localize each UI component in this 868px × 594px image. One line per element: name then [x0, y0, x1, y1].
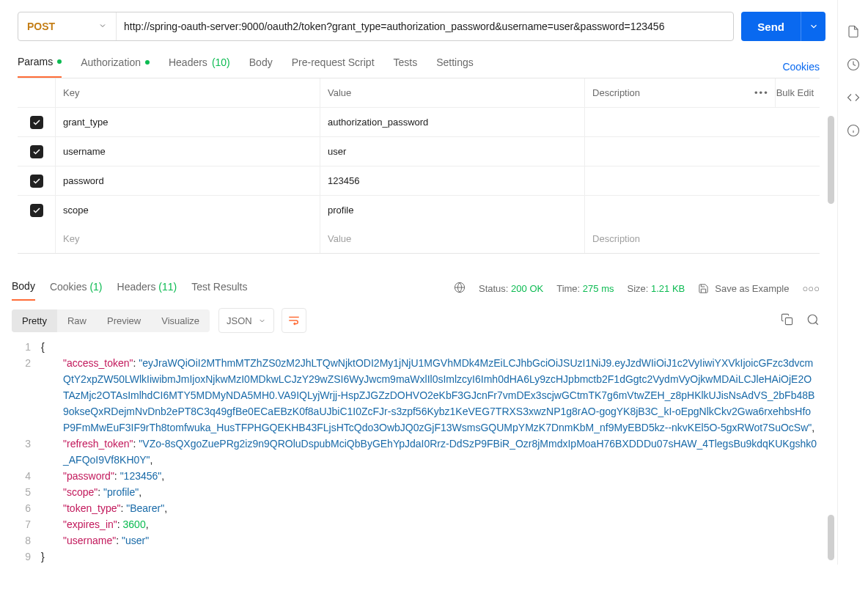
more-icon[interactable]: ••• [754, 87, 769, 98]
status-text: Status: 200 OK [479, 283, 543, 294]
view-mode-segment: Pretty Raw Preview Visualize [12, 309, 210, 332]
response-more-icon[interactable]: ○○○ [802, 283, 820, 294]
size-text: Size: 1.21 KB [627, 283, 685, 294]
row-value[interactable]: profile [320, 196, 585, 224]
params-row: usernameuser [18, 137, 820, 166]
tab-headers[interactable]: Headers (10) [169, 56, 230, 77]
url-wrapper: POST http://spring-oauth-server:9000/oau… [18, 12, 734, 41]
comments-icon[interactable] [847, 58, 860, 73]
response-body[interactable]: 123456789 {"access_token": "eyJraWQiOiI2… [0, 339, 837, 565]
time-text: Time: 275 ms [556, 283, 614, 294]
resp-tab-tests[interactable]: Test Results [191, 281, 247, 300]
request-tab-bar: Params Authorization Headers (10) Body P… [0, 41, 837, 78]
save-as-example[interactable]: Save as Example [698, 283, 789, 294]
row-key[interactable]: username [56, 137, 320, 166]
tab-prerequest[interactable]: Pre-request Script [292, 56, 375, 77]
send-options-button[interactable] [801, 12, 825, 41]
checkbox-checked-icon[interactable] [30, 175, 43, 188]
bulk-edit-link[interactable]: Bulk Edit [776, 87, 814, 98]
url-input[interactable]: http://spring-oauth-server:9000/oauth2/t… [117, 12, 733, 40]
params-row: password123456 [18, 166, 820, 196]
http-method-select[interactable]: POST [18, 12, 117, 40]
response-toolbar: Pretty Raw Preview Visualize JSON [0, 301, 837, 339]
right-rail [837, 0, 868, 565]
active-dot-icon [57, 59, 62, 64]
code-content[interactable]: {"access_token": "eyJraWQiOiI2MThmMTZhZS… [41, 339, 825, 565]
tab-tests[interactable]: Tests [394, 56, 418, 77]
row-key[interactable]: password [56, 166, 320, 195]
response-tab-bar: Body Cookies (1) Headers (11) Test Resul… [0, 267, 837, 301]
row-desc[interactable] [585, 137, 820, 166]
globe-icon[interactable] [454, 282, 466, 296]
col-value: Value [320, 78, 585, 107]
row-desc[interactable] [585, 196, 820, 224]
params-table: Key Value Description ••• Bulk Edit gran… [18, 78, 820, 254]
language-select[interactable]: JSON [218, 308, 274, 333]
row-value[interactable]: 123456 [320, 166, 585, 195]
new-row-value[interactable]: Value [320, 224, 585, 253]
http-method: POST [27, 21, 55, 32]
row-check[interactable] [18, 196, 56, 224]
tab-body[interactable]: Body [249, 56, 273, 77]
row-desc[interactable] [585, 166, 820, 195]
mode-pretty[interactable]: Pretty [12, 309, 57, 332]
svg-line-5 [815, 322, 817, 324]
col-check [18, 78, 56, 107]
new-row-desc[interactable]: Description [585, 224, 820, 253]
scrollbar-thumb[interactable] [828, 515, 834, 560]
params-header-row: Key Value Description ••• Bulk Edit [18, 78, 820, 108]
new-row-check[interactable] [18, 224, 56, 253]
checkbox-checked-icon[interactable] [30, 204, 43, 217]
active-dot-icon [145, 60, 150, 65]
params-row: scopeprofile [18, 196, 820, 224]
svg-rect-3 [785, 318, 792, 324]
send-button-group: Send [741, 12, 825, 41]
row-check[interactable] [18, 137, 56, 166]
row-desc[interactable] [585, 108, 820, 136]
row-key[interactable]: scope [56, 196, 320, 224]
col-key: Key [56, 78, 320, 107]
cookies-link[interactable]: Cookies [782, 61, 820, 73]
response-meta: Status: 200 OK Time: 275 ms Size: 1.21 K… [454, 282, 820, 300]
scrollbar-thumb[interactable] [828, 116, 834, 204]
col-desc: Description [585, 78, 776, 107]
resp-tab-headers[interactable]: Headers (11) [117, 281, 177, 300]
search-icon[interactable] [806, 313, 820, 329]
tab-settings[interactable]: Settings [436, 56, 474, 77]
svg-point-4 [808, 315, 817, 323]
params-new-row: Key Value Description [18, 224, 820, 253]
row-key[interactable]: grant_type [56, 108, 320, 136]
row-check[interactable] [18, 166, 56, 195]
send-button[interactable]: Send [741, 12, 801, 41]
checkbox-checked-icon[interactable] [30, 116, 43, 129]
row-value[interactable]: user [320, 137, 585, 166]
checkbox-checked-icon[interactable] [30, 145, 43, 158]
docs-icon[interactable] [847, 25, 860, 40]
col-actions: ••• Bulk Edit [776, 78, 820, 107]
copy-icon[interactable] [781, 313, 793, 328]
resp-tab-body[interactable]: Body [12, 280, 35, 301]
new-row-key[interactable]: Key [56, 224, 320, 253]
line-gutter: 123456789 [12, 339, 41, 565]
mode-raw[interactable]: Raw [57, 309, 97, 332]
tab-params[interactable]: Params [18, 56, 62, 78]
params-row: grant_typeauthorization_password [18, 108, 820, 137]
tab-authorization[interactable]: Authorization [81, 56, 150, 77]
row-value[interactable]: authorization_password [320, 108, 585, 136]
mode-visualize[interactable]: Visualize [151, 309, 210, 332]
code-icon[interactable] [847, 91, 860, 106]
mode-preview[interactable]: Preview [97, 309, 151, 332]
wrap-lines-button[interactable] [282, 308, 306, 333]
chevron-down-icon [98, 21, 107, 32]
info-icon[interactable] [847, 124, 860, 139]
resp-tab-cookies[interactable]: Cookies (1) [50, 281, 103, 300]
row-check[interactable] [18, 108, 56, 136]
request-row: POST http://spring-oauth-server:9000/oau… [0, 0, 837, 41]
